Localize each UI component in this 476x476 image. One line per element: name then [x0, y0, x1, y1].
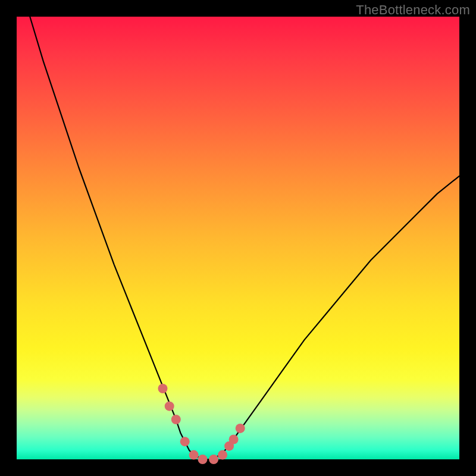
highlight-point [198, 455, 208, 464]
highlight-point [165, 402, 174, 411]
highlight-point [171, 415, 181, 424]
highlight-point [236, 424, 245, 433]
bottleneck-curve [30, 17, 459, 459]
highlight-markers [158, 384, 245, 464]
watermark-text: TheBottleneck.com [356, 2, 470, 18]
highlight-point [209, 455, 218, 464]
highlight-point [229, 435, 239, 444]
highlight-point [158, 384, 168, 393]
chart-svg [17, 17, 459, 459]
chart-area [17, 17, 459, 459]
highlight-point [189, 450, 199, 460]
highlight-point [218, 450, 227, 460]
highlight-point [180, 437, 190, 446]
